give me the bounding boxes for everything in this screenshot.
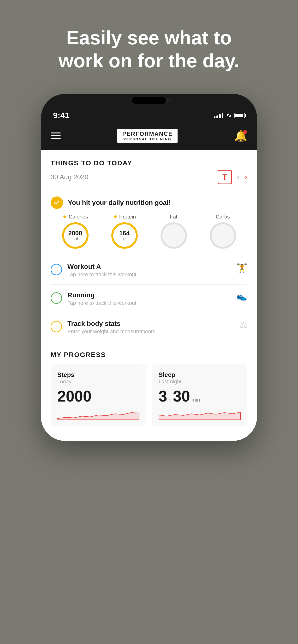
steps-card[interactable]: Steps Today 2000 bbox=[51, 364, 146, 426]
tasks-list: Workout A Tap here to track this workout… bbox=[51, 256, 247, 342]
notification-button[interactable]: 🔔 bbox=[234, 130, 247, 142]
sleep-hours-unit: h bbox=[169, 397, 172, 403]
steps-value: 2000 bbox=[57, 388, 91, 404]
nutrition-card: You hit your daily nutrition goal! ★ Cal… bbox=[51, 196, 247, 249]
task-running[interactable]: Running Tap here to track this workout 👟 bbox=[51, 284, 247, 313]
tagline-line1: Easily see what to bbox=[66, 27, 232, 48]
sleep-minutes-unit: min bbox=[192, 397, 200, 403]
section-title: THINGS TO DO TODAY bbox=[51, 159, 247, 167]
next-day-button[interactable]: › bbox=[244, 172, 247, 182]
menu-button[interactable] bbox=[51, 132, 61, 139]
task-name-stats: Track body stats bbox=[67, 320, 234, 328]
fat-circle bbox=[161, 222, 187, 249]
tagline-line2: work on for the day. bbox=[59, 50, 239, 72]
signal-icon bbox=[214, 112, 223, 118]
tagline: Easily see what to work on for the day. bbox=[0, 0, 298, 94]
prev-day-button[interactable]: ‹ bbox=[237, 172, 240, 182]
logo-subtitle: PERSONAL TRAINING bbox=[123, 137, 171, 141]
app-logo: PERFORMANCE PERSONAL TRAINING bbox=[117, 129, 177, 143]
sleep-subtitle: Last night bbox=[159, 378, 241, 385]
protein-label: Protein bbox=[119, 214, 136, 220]
carbs-item[interactable]: Carbs bbox=[210, 214, 236, 249]
progress-title: MY PROGRESS bbox=[51, 351, 247, 359]
sleep-title: Sleep bbox=[159, 371, 241, 378]
date-display: 30 Aug 2020 bbox=[51, 173, 88, 181]
task-workout-a[interactable]: Workout A Tap here to track this workout… bbox=[51, 256, 247, 284]
running-icon: 👟 bbox=[237, 291, 247, 302]
steps-chart bbox=[57, 408, 139, 420]
nutrition-goal-text: You hit your daily nutrition goal! bbox=[68, 199, 171, 206]
calories-unit: cal bbox=[72, 236, 78, 241]
task-sub-workout: Tap here to track this workout bbox=[67, 272, 231, 278]
fat-label: Fat bbox=[170, 214, 178, 220]
calories-item[interactable]: ★ Calories 2000 cal bbox=[62, 214, 89, 249]
fat-item[interactable]: Fat bbox=[161, 214, 187, 249]
task-name-workout: Workout A bbox=[67, 263, 231, 270]
task-body-stats[interactable]: Track body stats Enter your weight and m… bbox=[51, 313, 247, 342]
protein-star: ★ bbox=[113, 214, 118, 220]
notification-dot bbox=[243, 130, 247, 134]
calories-circle: 2000 cal bbox=[62, 222, 89, 249]
sleep-hours: 3 bbox=[159, 388, 167, 404]
task-circle-workout bbox=[51, 264, 62, 275]
sleep-chart bbox=[159, 408, 241, 420]
task-sub-running: Tap here to track this workout bbox=[67, 300, 231, 306]
sleep-minutes: 30 bbox=[173, 388, 190, 404]
nutrition-check-circle bbox=[51, 196, 63, 209]
protein-item[interactable]: ★ Protein 164 g bbox=[111, 214, 138, 249]
wifi-icon: ∿ bbox=[226, 112, 232, 119]
logo-title: PERFORMANCE bbox=[122, 130, 173, 137]
workout-icon: 🏋 bbox=[237, 263, 247, 273]
carbs-label: Carbs bbox=[216, 214, 230, 220]
calories-label: Calories bbox=[69, 214, 88, 220]
protein-unit: g bbox=[123, 236, 125, 241]
sleep-card[interactable]: Sleep Last night 3 h 30 min bbox=[152, 364, 247, 426]
task-sub-stats: Enter your weight and measurements bbox=[67, 328, 234, 335]
battery-icon bbox=[234, 113, 245, 118]
calories-value: 2000 bbox=[68, 230, 82, 236]
steps-title: Steps bbox=[57, 371, 139, 378]
progress-section: MY PROGRESS Steps Today 2000 Sleep Last … bbox=[41, 342, 257, 441]
task-name-running: Running bbox=[67, 291, 231, 299]
calories-star: ★ bbox=[62, 214, 67, 220]
carbs-circle bbox=[210, 222, 236, 249]
phone-mockup: 9:41 ∿ bbox=[41, 94, 257, 441]
steps-subtitle: Today bbox=[57, 378, 139, 385]
today-badge[interactable]: T bbox=[218, 170, 232, 184]
task-circle-stats bbox=[51, 321, 62, 332]
status-time: 9:41 bbox=[53, 111, 69, 120]
protein-circle: 164 g bbox=[111, 222, 138, 249]
task-circle-running bbox=[51, 292, 62, 304]
protein-value: 164 bbox=[119, 230, 129, 236]
scale-icon: ⚖ bbox=[240, 320, 247, 330]
